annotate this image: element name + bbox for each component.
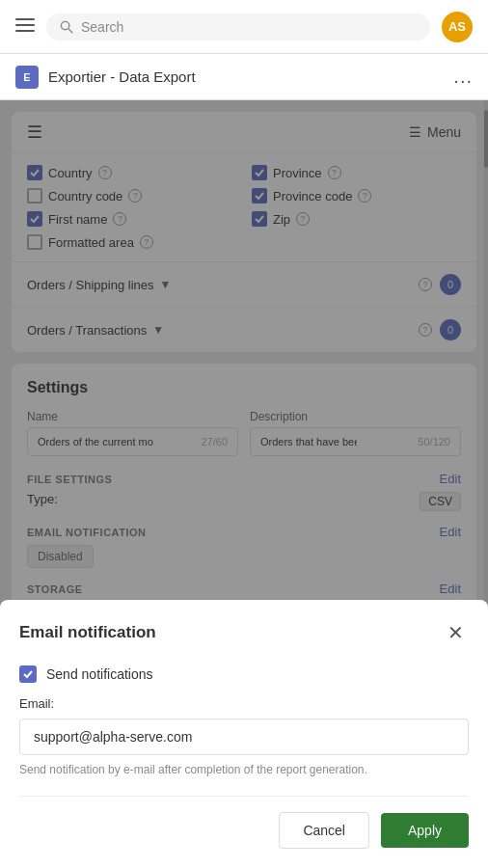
email-hint: Send notification by e-mail after comple… bbox=[19, 763, 469, 776]
modal-close-button[interactable]: ✕ bbox=[442, 619, 469, 646]
app-title: Exportier - Data Export bbox=[48, 68, 444, 85]
search-placeholder: Search bbox=[81, 19, 123, 35]
modal-title: Email notification bbox=[19, 623, 156, 642]
modal-body: Send notifications Email: support@alpha-… bbox=[19, 665, 469, 776]
email-input[interactable]: support@alpha-serve.com bbox=[19, 719, 469, 755]
top-bar: Search AS bbox=[0, 0, 488, 54]
search-icon bbox=[60, 20, 73, 34]
svg-rect-2 bbox=[15, 30, 35, 32]
svg-line-4 bbox=[68, 29, 72, 33]
app-icon: E bbox=[15, 66, 39, 89]
svg-point-3 bbox=[61, 21, 68, 29]
search-bar[interactable]: Search bbox=[46, 14, 430, 41]
email-field-label: Email: bbox=[19, 696, 469, 711]
svg-rect-0 bbox=[15, 18, 35, 20]
send-notifications-row: Send notifications bbox=[19, 665, 469, 683]
email-notification-modal: Email notification ✕ Send notifications … bbox=[0, 600, 488, 868]
send-notifications-checkbox[interactable] bbox=[19, 665, 37, 683]
modal-header: Email notification ✕ bbox=[19, 619, 469, 646]
app-bar: E Exportier - Data Export ... bbox=[0, 54, 488, 100]
main-content: ☰ ☰ Menu Country ? Province ? bbox=[0, 100, 488, 868]
more-icon[interactable]: ... bbox=[453, 66, 473, 88]
send-notifications-label: Send notifications bbox=[46, 666, 153, 682]
modal-footer: Cancel Apply bbox=[19, 796, 469, 868]
apply-button[interactable]: Apply bbox=[381, 813, 469, 848]
cancel-button[interactable]: Cancel bbox=[279, 812, 369, 849]
hamburger-icon[interactable] bbox=[15, 15, 35, 39]
avatar[interactable]: AS bbox=[442, 12, 473, 42]
svg-rect-1 bbox=[15, 24, 35, 26]
